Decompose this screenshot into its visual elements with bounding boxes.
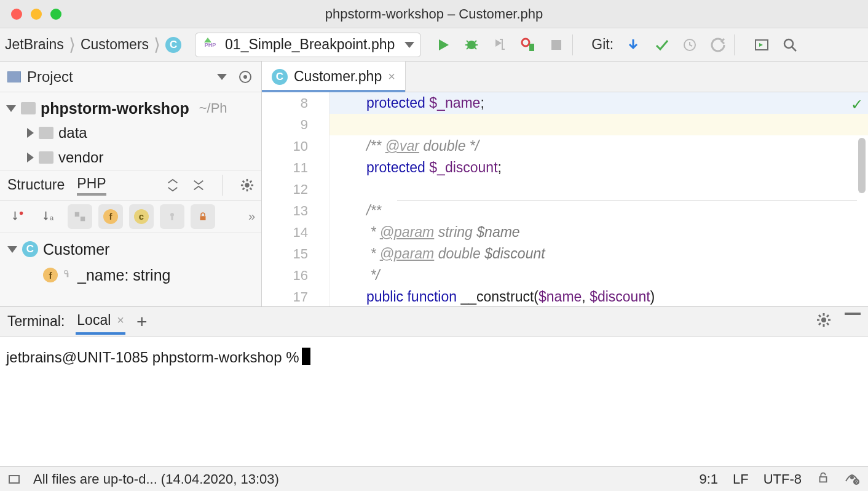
- folder-icon: [39, 151, 53, 164]
- commit-button[interactable]: [653, 36, 670, 54]
- show-inherited-button[interactable]: [160, 204, 184, 229]
- show-private-button[interactable]: [191, 204, 215, 229]
- run-configuration-selector[interactable]: PHP 01_Simple_Breakpoint.php: [195, 33, 421, 57]
- svg-point-29: [170, 213, 174, 217]
- tree-row[interactable]: vendor: [0, 145, 261, 170]
- svg-line-6: [475, 47, 476, 49]
- show-fields-button[interactable]: [68, 204, 92, 229]
- tool-window-toggle-icon[interactable]: [9, 475, 20, 484]
- file-encoding[interactable]: UTF-8: [763, 471, 802, 487]
- svg-rect-30: [172, 217, 173, 220]
- breadcrumb-item[interactable]: Customers: [81, 36, 149, 53]
- hide-terminal-button[interactable]: [845, 313, 861, 315]
- chevron-down-icon[interactable]: [217, 74, 227, 80]
- structure-tree[interactable]: C Customer f _name: string: [0, 233, 261, 292]
- svg-line-23: [243, 188, 245, 190]
- expand-icon[interactable]: [6, 105, 16, 112]
- expand-icon[interactable]: [27, 128, 34, 138]
- svg-line-24: [250, 181, 252, 183]
- terminal-title: Terminal:: [7, 313, 65, 330]
- line-number[interactable]: 12: [262, 178, 308, 200]
- run-anything-button[interactable]: [753, 36, 770, 54]
- chevron-down-icon: [404, 42, 414, 48]
- svg-line-3: [467, 41, 468, 42]
- inspection-ok-icon[interactable]: ✓: [851, 96, 863, 113]
- svg-line-40: [827, 323, 829, 325]
- line-number[interactable]: 15: [262, 243, 308, 265]
- new-terminal-button[interactable]: +: [136, 311, 148, 332]
- breadcrumb[interactable]: JetBrains ⟩ Customers ⟩ C: [5, 34, 181, 55]
- status-message[interactable]: All files are up-to-d... (14.04.2020, 13…: [33, 471, 279, 487]
- line-number[interactable]: 13: [262, 200, 308, 222]
- project-icon: [7, 71, 21, 82]
- debug-button[interactable]: [463, 36, 480, 54]
- window-controls: [0, 9, 61, 20]
- divider: [734, 34, 735, 55]
- svg-point-34: [821, 317, 826, 322]
- line-number[interactable]: 9: [262, 114, 308, 135]
- expand-all-icon[interactable]: [166, 178, 180, 192]
- readonly-toggle-icon[interactable]: [816, 471, 830, 488]
- tree-label: vendor: [58, 149, 103, 166]
- expand-icon[interactable]: [7, 246, 17, 253]
- update-project-button[interactable]: [625, 36, 642, 54]
- close-terminal-tab-icon[interactable]: ×: [117, 313, 124, 327]
- gutter[interactable]: 8 9 10 11 12 13 14 15 16 17: [262, 92, 329, 306]
- project-tree[interactable]: phpstorm-workshop ~/Ph data vendor works…: [0, 92, 261, 170]
- git-toolbar: Git:: [591, 36, 727, 54]
- sort-alpha-button[interactable]: [6, 204, 31, 229]
- tab-php[interactable]: PHP: [77, 175, 106, 196]
- history-button[interactable]: [681, 36, 698, 54]
- run-button[interactable]: [435, 36, 452, 54]
- show-constants-button[interactable]: c: [129, 204, 154, 229]
- notifications-icon[interactable]: ?: [845, 470, 859, 489]
- profile-button[interactable]: [519, 36, 537, 54]
- tree-row[interactable]: data: [0, 121, 261, 145]
- minimize-window-button[interactable]: [31, 9, 42, 20]
- line-number[interactable]: 14: [262, 222, 308, 243]
- terminal-tab-label: Local: [77, 312, 111, 329]
- select-opened-file-button[interactable]: [237, 68, 254, 86]
- more-button[interactable]: »: [248, 209, 255, 223]
- terminal-settings-icon[interactable]: [816, 313, 831, 331]
- svg-line-39: [819, 315, 821, 317]
- sort-visibility-button[interactable]: a: [37, 204, 61, 229]
- show-methods-button[interactable]: f: [98, 204, 123, 229]
- folder-icon: [21, 102, 36, 114]
- rollback-button[interactable]: [709, 36, 727, 54]
- terminal-body[interactable]: jetbrains@UNIT-1085 phpstorm-workshop %: [0, 337, 868, 466]
- tab-structure[interactable]: Structure: [7, 177, 65, 194]
- structure-label: _name: string: [77, 266, 170, 284]
- close-tab-icon[interactable]: ×: [388, 70, 395, 84]
- collapse-all-icon[interactable]: [192, 178, 205, 192]
- line-number[interactable]: 16: [262, 265, 308, 286]
- structure-row-field[interactable]: f _name: string: [0, 262, 261, 288]
- search-everywhere-button[interactable]: [781, 36, 799, 54]
- line-separator[interactable]: LF: [733, 471, 749, 487]
- project-tool-header[interactable]: Project: [0, 62, 261, 92]
- line-number[interactable]: 17: [262, 286, 308, 308]
- line-number[interactable]: 8: [262, 92, 308, 114]
- misc-toolbar: [753, 36, 799, 54]
- terminal-tab[interactable]: Local ×: [76, 308, 125, 335]
- code-area[interactable]: ✓ protected $_name; /** @var double */ p…: [329, 92, 868, 306]
- scrollbar-thumb[interactable]: [858, 138, 866, 193]
- structure-row-class[interactable]: C Customer: [0, 236, 261, 262]
- svg-line-42: [827, 315, 829, 317]
- zoom-window-button[interactable]: [50, 9, 61, 20]
- structure-tool-header: Structure PHP: [0, 170, 261, 201]
- svg-line-5: [467, 47, 468, 49]
- expand-icon[interactable]: [27, 153, 34, 162]
- close-window-button[interactable]: [11, 9, 22, 20]
- line-number[interactable]: 10: [262, 135, 308, 157]
- tree-row-root[interactable]: phpstorm-workshop ~/Ph: [0, 96, 261, 121]
- coverage-button[interactable]: [491, 36, 508, 54]
- caret-position[interactable]: 9:1: [699, 471, 718, 487]
- line-number[interactable]: 11: [262, 157, 308, 178]
- editor-body[interactable]: 8 9 10 11 12 13 14 15 16 17 ✓ protected …: [262, 92, 868, 306]
- structure-label: Customer: [43, 241, 109, 258]
- editor-tab[interactable]: C Customer.php ×: [262, 61, 406, 92]
- stop-button[interactable]: [548, 36, 565, 54]
- breadcrumb-item[interactable]: JetBrains: [5, 36, 64, 53]
- settings-icon[interactable]: [240, 178, 254, 192]
